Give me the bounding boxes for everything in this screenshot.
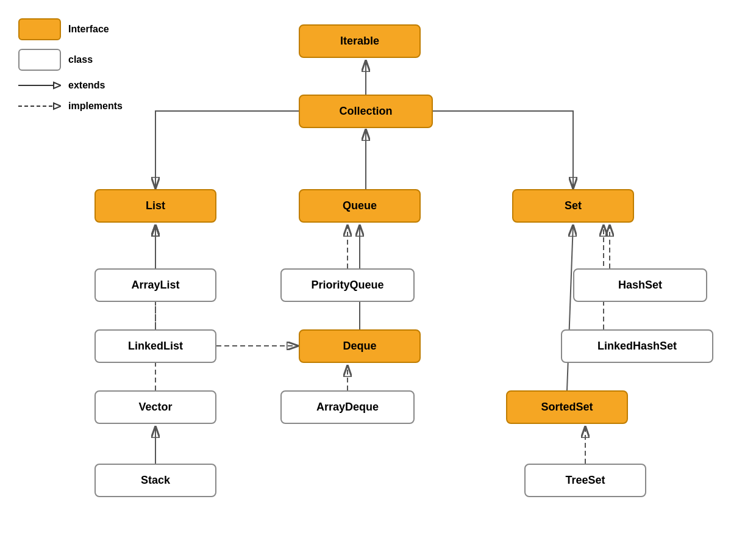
legend-interface: Interface	[18, 18, 123, 40]
node-treeset: TreeSet	[524, 464, 646, 497]
node-sortedset: SortedSet	[506, 390, 628, 424]
legend-extends-arrow	[18, 79, 61, 92]
legend-interface-box	[18, 18, 61, 40]
node-iterable: Iterable	[299, 24, 421, 58]
legend-interface-label: Interface	[68, 24, 109, 35]
node-deque: Deque	[299, 329, 421, 363]
node-arraydeque: ArrayDeque	[280, 390, 415, 424]
svg-line-18	[567, 224, 573, 390]
node-hashset: HashSet	[573, 268, 707, 302]
node-priorityqueue: PriorityQueue	[280, 268, 415, 302]
legend-class-label: class	[68, 54, 93, 65]
svg-marker-3	[54, 103, 61, 109]
legend-implements-arrow	[18, 100, 61, 112]
legend-extends-label: extends	[68, 80, 105, 91]
legend-implements: implements	[18, 100, 123, 112]
node-collection: Collection	[299, 95, 433, 128]
legend-class: class	[18, 49, 123, 71]
node-set: Set	[512, 189, 634, 223]
node-list: List	[94, 189, 216, 223]
legend-extends: extends	[18, 79, 123, 92]
node-queue: Queue	[299, 189, 421, 223]
node-linkedhashset: LinkedHashSet	[561, 329, 713, 363]
svg-marker-1	[54, 82, 61, 88]
node-stack: Stack	[94, 464, 216, 497]
node-arraylist: ArrayList	[94, 268, 216, 302]
diagram-container: Interface class extends implements	[0, 0, 756, 549]
legend-implements-label: implements	[68, 101, 123, 112]
node-vector: Vector	[94, 390, 216, 424]
node-linkedlist: LinkedList	[94, 329, 216, 363]
legend-class-box	[18, 49, 61, 71]
legend: Interface class extends implements	[18, 18, 123, 121]
